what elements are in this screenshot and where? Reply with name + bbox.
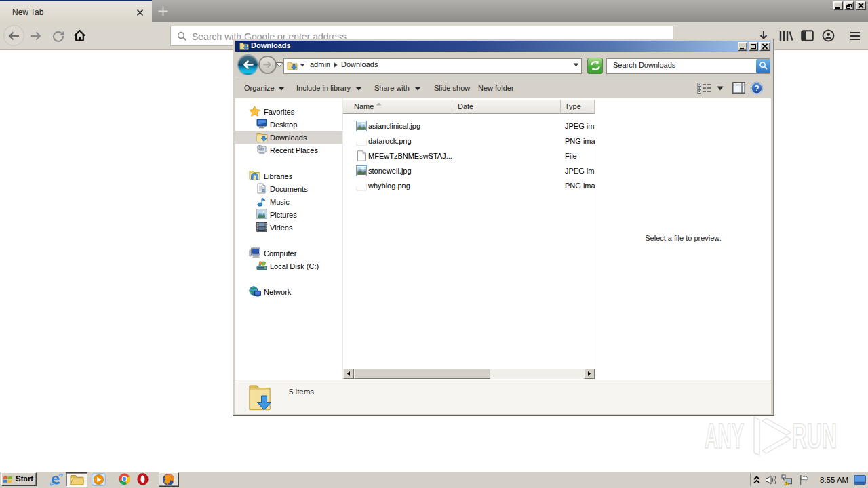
svg-text:ANY: ANY	[705, 416, 744, 455]
svg-text:RUN: RUN	[792, 416, 837, 455]
svg-text:?: ?	[754, 84, 760, 94]
